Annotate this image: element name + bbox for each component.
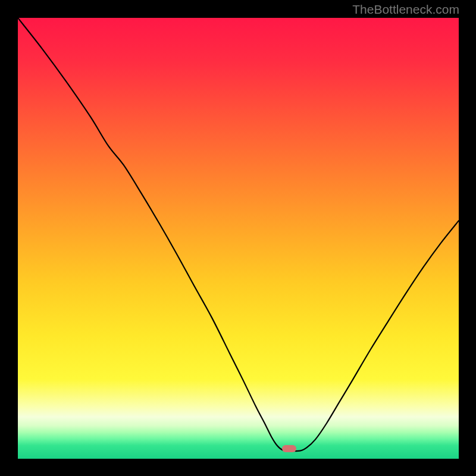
plot-area (18, 18, 459, 459)
background-gradient (18, 18, 459, 459)
chart-frame: TheBottleneck.com (0, 0, 476, 476)
optimum-marker (282, 445, 296, 452)
attribution-label: TheBottleneck.com (352, 2, 459, 17)
svg-rect-0 (18, 18, 459, 459)
